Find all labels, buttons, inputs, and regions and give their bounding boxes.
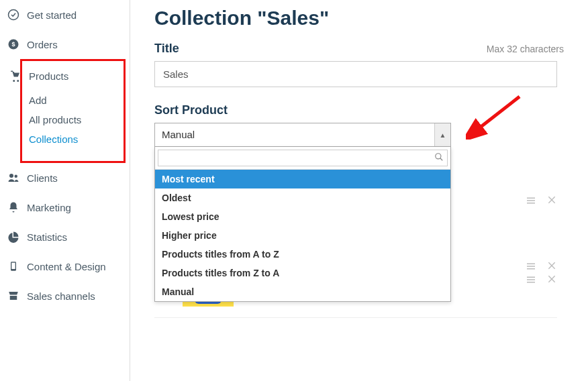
page-title: Collection "Sales" (154, 7, 564, 30)
svg-point-3 (9, 174, 13, 178)
svg-point-0 (9, 10, 19, 20)
sidebar-item-marketing[interactable]: Marketing (0, 193, 130, 222)
nav-label: Clients (27, 172, 58, 184)
sort-selected-value: Manual (155, 123, 434, 146)
highlight-products-section: Products Add All products Collections (20, 59, 126, 163)
svg-line-8 (440, 158, 443, 161)
sort-option-most-recent[interactable]: Most recent (155, 170, 450, 188)
store-icon (7, 289, 20, 303)
remove-icon[interactable] (546, 274, 557, 289)
nav-label: Sales channels (27, 290, 95, 302)
svg-rect-6 (11, 263, 15, 269)
sidebar-item-products[interactable]: Products (22, 61, 124, 91)
sidebar-item-sales-channels[interactable]: Sales channels (0, 281, 130, 311)
svg-text:$: $ (11, 41, 15, 48)
drag-handle-icon[interactable] (525, 260, 537, 274)
sort-select-display[interactable]: Manual ▲ (154, 123, 451, 147)
nav-label: Products (29, 70, 68, 82)
sort-option-a-to-z[interactable]: Products titles from A to Z (155, 245, 450, 264)
remove-icon[interactable] (546, 260, 557, 274)
sort-label: Sort Product (154, 103, 564, 117)
sidebar-item-get-started[interactable]: Get started (0, 0, 130, 30)
check-circle-icon (7, 8, 20, 21)
dropdown-search-wrap (155, 147, 450, 170)
drag-handle-icon[interactable] (525, 195, 537, 209)
bell-icon (7, 201, 20, 214)
sidebar-sub-collections[interactable]: Collections (29, 129, 124, 149)
nav-label: Content & Design (27, 261, 106, 272)
sort-dropdown: Most recent Oldest Lowest price Higher p… (154, 147, 451, 302)
sort-select[interactable]: Manual ▲ Most recent Oldest Lowest price… (154, 123, 451, 147)
nav-label: Orders (27, 39, 58, 50)
cart-icon (9, 69, 22, 83)
sidebar-item-orders[interactable]: $ Orders (0, 30, 130, 59)
sidebar-sub-add[interactable]: Add (29, 91, 124, 110)
chevron-up-icon[interactable]: ▲ (434, 123, 450, 146)
main-content: Collection "Sales" Title Max 32 characte… (130, 0, 588, 381)
svg-point-7 (436, 154, 441, 159)
search-icon (434, 152, 444, 164)
sidebar-item-clients[interactable]: Clients (0, 163, 130, 193)
people-icon (7, 171, 20, 184)
nav-label: Get started (27, 9, 77, 21)
dropdown-search-input[interactable] (158, 150, 448, 166)
svg-point-4 (15, 175, 18, 178)
nav-label: Statistics (27, 231, 67, 243)
remove-icon[interactable] (546, 195, 557, 209)
sidebar-item-statistics[interactable]: Statistics (0, 222, 130, 252)
sidebar-item-content-design[interactable]: Content & Design (0, 252, 130, 281)
nav-label: Marketing (27, 202, 71, 213)
sidebar-sub-all-products[interactable]: All products (29, 110, 124, 129)
phone-icon (7, 260, 20, 273)
dollar-circle-icon: $ (7, 38, 20, 51)
title-input[interactable] (154, 61, 557, 87)
sort-option-manual[interactable]: Manual (155, 282, 450, 301)
sort-option-lowest-price[interactable]: Lowest price (155, 207, 450, 226)
sort-option-higher-price[interactable]: Higher price (155, 226, 450, 245)
drag-handle-icon[interactable] (525, 274, 537, 289)
sort-option-z-to-a[interactable]: Products titles from Z to A (155, 264, 450, 282)
sidebar: Get started $ Orders Products Add All pr… (0, 0, 130, 381)
pie-chart-icon (7, 230, 20, 243)
title-label: Title (154, 42, 179, 56)
title-hint: Max 32 characters (487, 44, 564, 54)
sort-option-oldest[interactable]: Oldest (155, 188, 450, 207)
